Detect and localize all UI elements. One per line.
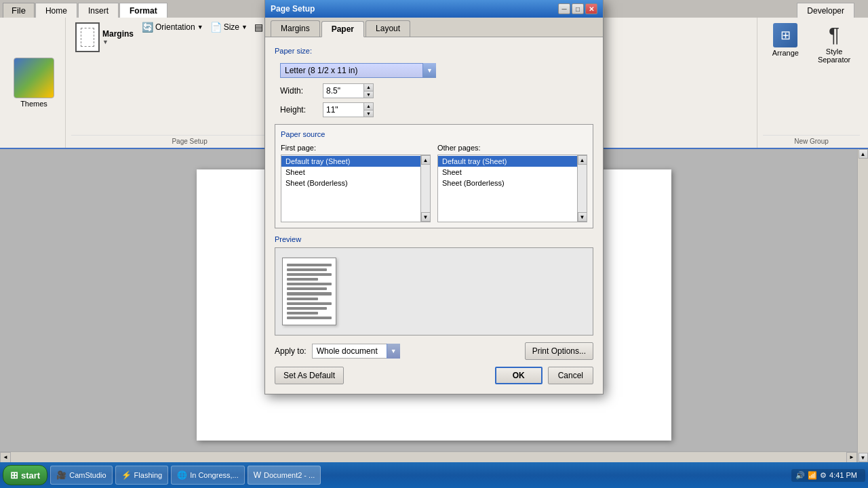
ribbon-group-themes: Themes [3,18,66,148]
tab-developer[interactable]: Developer [797,3,854,18]
vertical-scrollbar[interactable]: ▲ ▼ [857,149,868,462]
arrange-button[interactable]: ⊞ Arrange [767,20,804,60]
first-page-scroll-down[interactable]: ▼ [421,212,431,222]
margins-label: Margins [102,29,134,39]
preview-line-11 [287,312,318,314]
tab-margins[interactable]: Margins [271,20,320,37]
tab-file[interactable]: File [3,3,35,18]
themes-button[interactable]: Themes [8,55,60,110]
style-separator-button[interactable]: ¶ Style Separator [812,20,856,66]
first-page-list[interactable]: Default tray (Sheet) Sheet Sheet (Border… [281,155,431,222]
document-icon: W [254,470,261,480]
dialog-titlebar: Page Setup ─ □ ✕ [265,0,603,18]
width-spinner[interactable]: ▲ ▼ [323,83,374,98]
scroll-down-arrow[interactable]: ▼ [859,453,868,462]
page-setup-dialog: Page Setup ─ □ ✕ Margins Paper Layout Pa… [264,0,604,394]
dialog-tabs: Margins Paper Layout [265,18,603,37]
flashing-icon: ⚡ [121,470,132,480]
preview-page [282,258,336,325]
scroll-up-arrow[interactable]: ▲ [859,149,868,159]
width-down[interactable]: ▼ [364,92,373,98]
developer-content: ⊞ Arrange ¶ Style Separator [767,20,856,135]
orientation-button[interactable]: 🔄 Orientation ▼ [139,20,206,34]
themes-content: Themes [8,20,60,145]
columns-icon: ▤ [254,22,263,33]
style-sep-icon: ¶ [829,23,840,46]
taskbar-item-camstudio[interactable]: 🎥 CamStudio [50,466,112,485]
minimize-button[interactable]: ─ [558,3,570,14]
preview-line-7 [287,292,332,295]
first-page-scrollbar: ▲ ▼ [420,155,430,222]
first-page-item-2[interactable]: Sheet (Borderless) [281,178,430,188]
dialog-body: Paper size: Letter (8 1/2 x 11 in) ▼ Wid… [265,37,603,394]
tab-layout[interactable]: Layout [366,20,410,37]
other-pages-list[interactable]: Default tray (Sheet) Sheet Sheet (Border… [437,155,587,222]
height-field[interactable] [323,102,363,117]
new-group-label: New Group [763,135,860,145]
other-pages-scroll-up[interactable]: ▲ [578,155,587,165]
orientation-arrow: ▼ [197,24,203,30]
preview-line-8 [287,298,318,300]
style-sep-label: Style Separator [818,47,850,64]
tray-icon-1: 🔊 [795,471,805,480]
scroll-right-arrow[interactable]: ► [846,452,857,463]
print-options-button[interactable]: Print Options... [525,342,593,360]
start-button[interactable]: ⊞ start [3,465,47,485]
first-page-scroll-up[interactable]: ▲ [421,155,431,165]
preview-line-4 [287,278,318,281]
margins-button[interactable]: Margins ▼ [71,20,138,54]
tray-icon-2: 📶 [808,471,817,480]
taskbar-item-congress[interactable]: 🌐 In Congress,... [171,466,245,485]
tab-insert[interactable]: Insert [78,3,119,18]
paper-size-arrow[interactable]: ▼ [422,63,436,78]
margins-text: Margins ▼ [102,29,134,45]
horizontal-scrollbar[interactable]: ◄ ► [0,451,857,462]
taskbar: ⊞ start 🎥 CamStudio ⚡ Flashing 🌐 In Cong… [0,462,868,488]
margins-sublabel: ▼ [102,39,134,45]
first-page-column: First page: Default tray (Sheet) Sheet S… [281,144,431,222]
width-field[interactable] [323,83,363,98]
camstudio-label: CamStudio [69,471,106,479]
tab-paper[interactable]: Paper [321,21,364,37]
size-row: 📄 Size ▼ [210,22,248,33]
height-spinner[interactable]: ▲ ▼ [323,102,374,117]
preview-line-1 [287,264,332,266]
set-as-default-button[interactable]: Set As Default [275,367,344,384]
width-up[interactable]: ▲ [364,84,373,92]
margins-inner [81,28,94,47]
size-button[interactable]: 📄 Size ▼ [208,20,250,34]
paper-size-dropdown[interactable]: Letter (8 1/2 x 11 in) ▼ [280,63,436,78]
scroll-left-arrow[interactable]: ◄ [0,452,11,463]
paper-size-select[interactable]: Letter (8 1/2 x 11 in) [280,63,436,78]
preview-line-10 [287,307,327,310]
first-page-item-0[interactable]: Default tray (Sheet) [281,156,430,167]
other-pages-item-0[interactable]: Default tray (Sheet) [438,156,587,167]
apply-to-dropdown[interactable]: Whole document This section ▼ [312,344,400,359]
width-label: Width: [280,86,317,96]
other-pages-item-1[interactable]: Sheet [438,167,587,178]
apply-to-arrow[interactable]: ▼ [387,344,400,359]
taskbar-item-document[interactable]: W Document2 - ... [248,466,321,485]
ok-button[interactable]: OK [495,367,542,384]
close-button[interactable]: ✕ [585,3,597,14]
margins-icon [75,22,100,52]
height-down[interactable]: ▼ [364,110,373,117]
taskbar-item-flashing[interactable]: ⚡ Flashing [115,466,169,485]
other-pages-scrollbar: ▲ ▼ [577,155,587,222]
congress-label: In Congress,... [190,471,239,479]
congress-icon: 🌐 [177,470,187,480]
flashing-label: Flashing [134,471,163,479]
first-page-item-1[interactable]: Sheet [281,167,430,178]
cancel-button[interactable]: Cancel [548,367,593,384]
size-label: Size [224,22,239,32]
tab-home[interactable]: Home [35,3,77,18]
height-up[interactable]: ▲ [364,103,373,110]
height-row: Height: ▲ ▼ [280,102,593,117]
paper-source-section: Paper source First page: Default tray (S… [275,124,593,228]
other-pages-scroll-down[interactable]: ▼ [578,212,587,222]
other-pages-list-inner: Default tray (Sheet) Sheet Sheet (Border… [438,155,587,189]
maximize-button[interactable]: □ [572,3,584,14]
other-pages-item-2[interactable]: Sheet (Borderless) [438,178,587,188]
tab-format[interactable]: Format [119,3,167,18]
orientation-row: 🔄 Orientation ▼ [142,22,203,33]
